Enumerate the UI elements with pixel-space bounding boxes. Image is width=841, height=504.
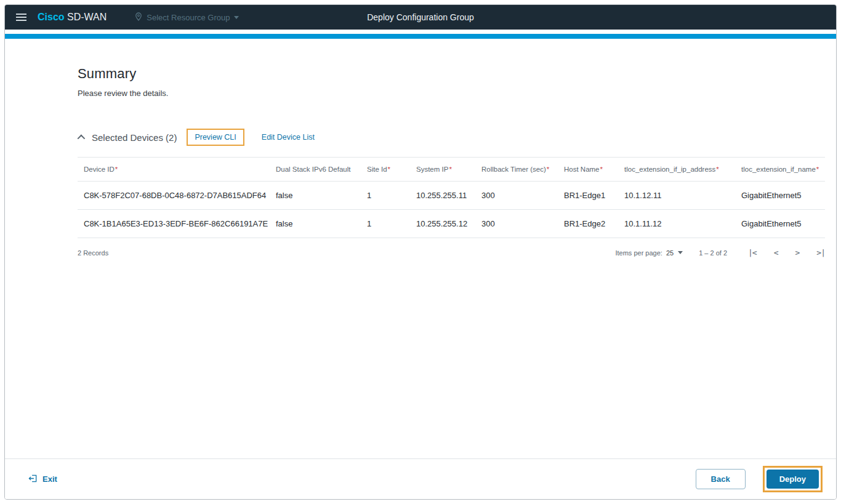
column-header-tloc-extension-if-ip-address: tloc_extension_if_ip_address* <box>618 158 735 182</box>
chevron-down-icon <box>234 16 239 19</box>
column-header-system-ip: System IP* <box>410 158 475 182</box>
action-buttons: Back Deploy <box>696 466 823 492</box>
resource-group-selector[interactable]: Select Resource Group <box>135 12 239 23</box>
location-pin-icon <box>135 12 142 23</box>
table-cell: 10.1.12.11 <box>618 182 735 210</box>
bottom-action-bar: Exit Back Deploy <box>5 458 836 499</box>
collapse-chevron-icon[interactable] <box>78 134 86 142</box>
column-header-rollback-timer-sec-: Rollback Timer (sec)* <box>475 158 558 182</box>
table-cell: 10.1.11.12 <box>618 210 735 238</box>
header-gap <box>5 30 836 34</box>
deploy-highlight: Deploy <box>763 466 823 492</box>
summary-subtitle: Please review the details. <box>78 89 825 98</box>
selected-devices-section-header: Selected Devices (2) Preview CLI Edit De… <box>78 129 825 146</box>
first-page-icon[interactable]: |< <box>748 248 757 257</box>
required-asterisk: * <box>115 166 118 173</box>
resource-group-label: Select Resource Group <box>147 13 230 22</box>
table-cell: 1 <box>361 210 410 238</box>
items-per-page-label: Items per page: <box>615 249 662 257</box>
deploy-button[interactable]: Deploy <box>767 470 819 489</box>
table-cell: GigabitEthernet5 <box>735 182 825 210</box>
table-header-row: Device ID*Dual Stack IPv6 DefaultSite Id… <box>78 158 825 182</box>
back-button[interactable]: Back <box>696 469 746 489</box>
selected-devices-table: Device ID*Dual Stack IPv6 DefaultSite Id… <box>78 157 825 238</box>
table-cell: 10.255.255.12 <box>410 210 475 238</box>
column-header-host-name: Host Name* <box>558 158 618 182</box>
pagination-buttons: |< < > >| <box>748 248 825 257</box>
preview-cli-button[interactable]: Preview CLI <box>195 133 236 142</box>
table-row[interactable]: C8K-1B1A65E3-ED13-3EDF-BE6F-862C66191A7E… <box>78 210 825 238</box>
table-cell: 300 <box>475 182 558 210</box>
chevron-down-icon <box>678 251 683 254</box>
prev-page-icon[interactable]: < <box>774 248 778 257</box>
column-header-site-id: Site Id* <box>361 158 410 182</box>
table-footer: 2 Records Items per page: 25 1 – 2 of 2 … <box>78 248 825 257</box>
table-cell: 300 <box>475 210 558 238</box>
pagination-controls: Items per page: 25 1 – 2 of 2 |< < > >| <box>615 248 825 257</box>
next-page-icon[interactable]: > <box>795 248 800 257</box>
table-cell: false <box>270 210 361 238</box>
accent-bar <box>5 34 836 39</box>
main-content: Summary Please review the details. Selec… <box>5 39 836 458</box>
required-asterisk: * <box>449 166 451 173</box>
items-per-page-select[interactable]: 25 <box>666 249 683 257</box>
records-count: 2 Records <box>78 249 108 257</box>
items-per-page-value: 25 <box>666 249 674 257</box>
table-cell: 1 <box>361 182 410 210</box>
pagination-range: 1 – 2 of 2 <box>699 249 727 257</box>
summary-title: Summary <box>78 66 825 82</box>
exit-icon <box>28 474 38 485</box>
table-cell: 10.255.255.11 <box>410 182 475 210</box>
edit-device-list-button[interactable]: Edit Device List <box>262 133 315 142</box>
table-cell: BR1-Edge2 <box>558 210 618 238</box>
brand-cisco: Cisco <box>38 12 65 22</box>
column-header-tloc-extension-if-name: tloc_extension_if_name* <box>735 158 825 182</box>
column-header-dual-stack-ipv6-default: Dual Stack IPv6 Default <box>270 158 361 182</box>
exit-label: Exit <box>42 474 57 484</box>
required-asterisk: * <box>388 166 390 173</box>
app-window: Cisco SD-WAN Select Resource Group Deplo… <box>4 4 837 500</box>
required-asterisk: * <box>547 166 549 173</box>
selected-devices-label: Selected Devices (2) <box>92 132 177 143</box>
last-page-icon[interactable]: >| <box>816 248 825 257</box>
brand-logo: Cisco SD-WAN <box>38 12 107 23</box>
table-row[interactable]: C8K-578F2C07-68DB-0C48-6872-D7AB615ADF64… <box>78 182 825 210</box>
column-header-device-id: Device ID* <box>78 158 270 182</box>
exit-button[interactable]: Exit <box>28 474 57 485</box>
top-navbar: Cisco SD-WAN Select Resource Group Deplo… <box>5 5 836 30</box>
page-header-title: Deploy Configuration Group <box>367 12 474 22</box>
table-cell: C8K-1B1A65E3-ED13-3EDF-BE6F-862C66191A7E <box>78 210 270 238</box>
brand-product: SD-WAN <box>67 12 107 22</box>
table-cell: C8K-578F2C07-68DB-0C48-6872-D7AB615ADF64 <box>78 182 270 210</box>
required-asterisk: * <box>816 166 819 173</box>
preview-cli-highlight: Preview CLI <box>187 129 244 146</box>
table-cell: GigabitEthernet5 <box>735 210 825 238</box>
table-cell: false <box>270 182 361 210</box>
table-cell: BR1-Edge1 <box>558 182 618 210</box>
table-body: C8K-578F2C07-68DB-0C48-6872-D7AB615ADF64… <box>78 182 825 238</box>
required-asterisk: * <box>716 166 718 173</box>
menu-hamburger-icon[interactable] <box>15 11 28 23</box>
required-asterisk: * <box>600 166 603 173</box>
